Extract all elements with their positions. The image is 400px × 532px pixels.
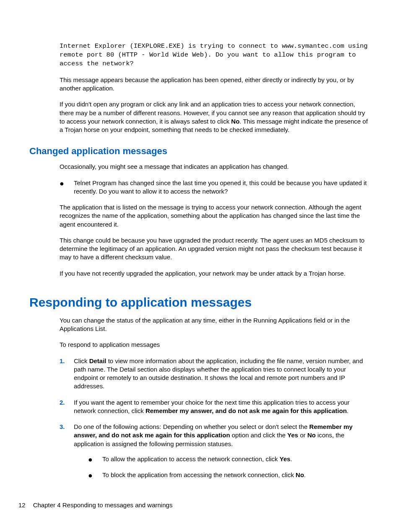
bold-yes: Yes [287,431,298,439]
paragraph: You can change the status of the applica… [29,316,371,333]
heading-responding-to-application-messages: Responding to application messages [29,295,371,310]
text-span: To allow the application to access the n… [102,455,280,462]
bold-detail: Detail [89,357,106,364]
code-block-ie: Internet Explorer (IEXPLORE.EXE) is tryi… [29,42,371,68]
bold-no: No [296,471,304,478]
text-span: to view more information about the appli… [74,357,363,390]
text-span: or [298,431,307,439]
step-3: 3. Do one of the following actions: Depe… [29,423,371,480]
paragraph: This message appears because the applica… [29,76,371,93]
paragraph: If you have not recently upgraded the ap… [29,269,371,278]
step-body: Do one of the following actions: Dependi… [74,423,371,480]
page-footer: 12Chapter 4 Responding to messages and w… [18,501,172,509]
text-span: Click [74,357,89,364]
text-span: To block the application from accessing … [102,471,296,478]
bold-no: No [307,431,316,439]
bullet-icon: ● [88,455,102,464]
step-number: 3. [60,423,74,480]
sub-bullet-body: To block the application from accessing … [102,471,371,480]
bullet-icon: ● [60,179,74,196]
paragraph: To respond to application messages [29,341,371,349]
code-block-telnet: Telnet Program has changed since the las… [74,179,371,196]
step-body: If you want the agent to remember your c… [74,398,371,416]
chapter-title: Chapter 4 Responding to messages and war… [33,501,173,509]
document-page: Internet Explorer (IEXPLORE.EXE) is tryi… [0,0,400,480]
sub-bullet-body: To allow the application to access the n… [102,455,371,464]
heading-changed-application-messages: Changed application messages [29,146,371,157]
step-number: 2. [60,398,74,416]
step-number: 1. [60,357,74,391]
bullet-item: ● Telnet Program has changed since the l… [29,179,371,196]
paragraph: The application that is listed on the me… [29,203,371,229]
bold-yes: Yes [280,455,291,462]
text-span: Do one of the following actions: Dependi… [74,423,309,430]
sub-bullet-allow: ● To allow the application to access the… [74,455,371,464]
paragraph: Occasionally, you might see a message th… [29,163,371,171]
page-number: 12 [18,501,26,509]
bold-remember: Remember my answer, and do not ask me ag… [145,407,347,414]
paragraph: If you didn't open any program or click … [29,100,371,134]
text-span: . [304,471,306,478]
step-1: 1. Click Detail to view more information… [29,357,371,391]
text-span: option and click the [230,431,288,439]
bold-no: No [231,118,239,125]
sub-bullet-block: ● To block the application from accessin… [74,471,371,480]
step-2: 2. If you want the agent to remember you… [29,398,371,416]
paragraph: This change could be because you have up… [29,236,371,262]
bullet-icon: ● [88,471,102,480]
text-span: . [347,407,348,414]
step-body: Click Detail to view more information ab… [74,357,371,391]
text-span: . [291,455,292,462]
